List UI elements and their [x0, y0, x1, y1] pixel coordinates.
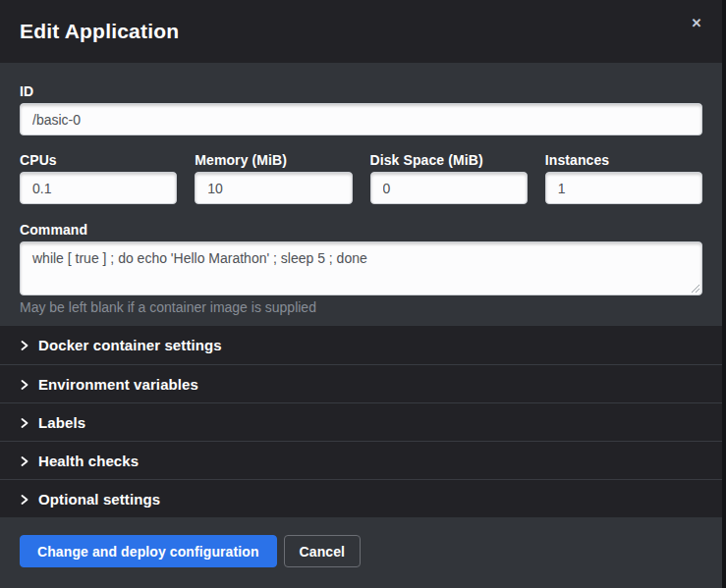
change-and-deploy-button[interactable]: Change and deploy configuration — [20, 535, 277, 567]
disk-input[interactable] — [370, 172, 528, 204]
id-label: ID — [20, 83, 702, 99]
chevron-right-icon — [20, 418, 29, 428]
cpus-input[interactable] — [20, 172, 177, 204]
modal-title: Edit Application — [20, 20, 179, 43]
memory-input[interactable] — [195, 172, 352, 204]
chevron-right-icon — [20, 380, 29, 390]
modal-header: Edit Application ✕ — [0, 0, 722, 63]
section-docker-container-settings[interactable]: Docker container settings — [0, 326, 722, 364]
section-label: Docker container settings — [38, 337, 222, 353]
section-health-checks[interactable]: Health checks — [0, 441, 722, 479]
section-label: Optional settings — [38, 491, 160, 508]
resources-row: CPUs Memory (MiB) Disk Space (MiB) Insta… — [20, 152, 702, 204]
chevron-right-icon — [20, 495, 29, 505]
id-input[interactable] — [20, 103, 702, 135]
section-environment-variables[interactable]: Environment variables — [0, 364, 722, 402]
disk-field-group: Disk Space (MiB) — [370, 152, 528, 204]
disk-label: Disk Space (MiB) — [370, 152, 528, 168]
command-help-text: May be left blank if a container image i… — [20, 299, 702, 315]
command-field-group: Command while [ true ] ; do echo 'Hello … — [20, 222, 702, 315]
cancel-button[interactable]: Cancel — [284, 535, 362, 567]
instances-label: Instances — [545, 152, 702, 168]
cpus-field-group: CPUs — [20, 152, 177, 204]
modal-footer: Change and deploy configuration Cancel — [0, 517, 722, 588]
memory-field-group: Memory (MiB) — [195, 152, 352, 204]
section-optional-settings[interactable]: Optional settings — [0, 479, 722, 517]
memory-label: Memory (MiB) — [195, 152, 352, 168]
application-form: ID CPUs Memory (MiB) Disk Space (MiB) In… — [0, 63, 722, 326]
section-label: Labels — [38, 414, 85, 431]
command-label: Command — [20, 222, 702, 238]
instances-field-group: Instances — [545, 152, 702, 204]
close-icon[interactable]: ✕ — [687, 14, 706, 33]
cpus-label: CPUs — [20, 152, 177, 168]
edit-application-modal: Edit Application ✕ ID CPUs Memory (MiB) … — [0, 0, 722, 588]
chevron-right-icon — [20, 341, 29, 350]
command-input[interactable]: while [ true ] ; do echo 'Hello Marathon… — [20, 241, 702, 295]
section-labels[interactable]: Labels — [0, 402, 722, 441]
section-label: Health checks — [38, 453, 139, 469]
collapsible-sections: Docker container settings Environment va… — [0, 326, 722, 517]
chevron-right-icon — [20, 456, 29, 466]
section-label: Environment variables — [38, 376, 198, 393]
id-field-group: ID — [20, 83, 702, 135]
instances-input[interactable] — [545, 172, 702, 204]
